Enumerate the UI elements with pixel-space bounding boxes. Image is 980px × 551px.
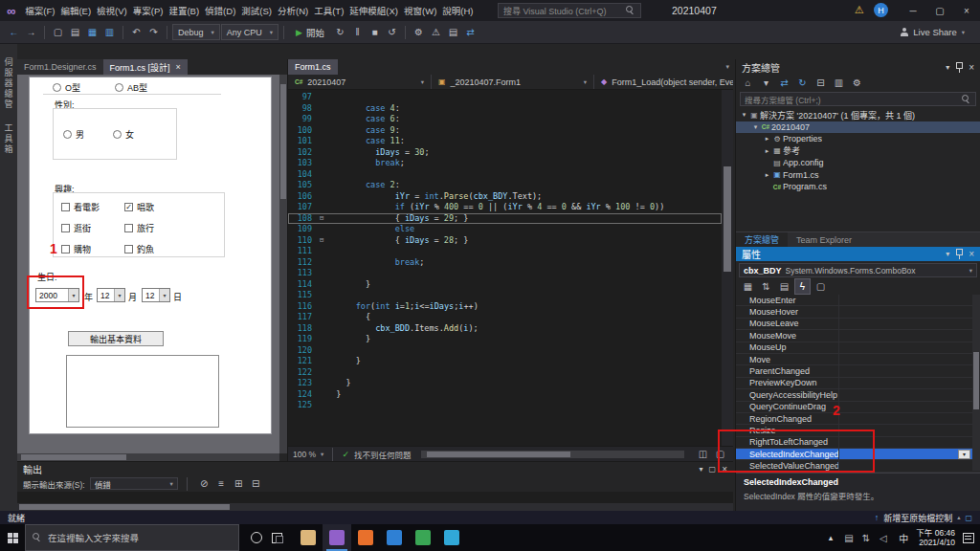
show-all-files-icon[interactable]: ▥ bbox=[831, 75, 847, 91]
code-line-106[interactable]: 106 iYr = int.Parse(cbx_BDY.Text); bbox=[288, 191, 722, 203]
code-line-97[interactable]: 97 bbox=[288, 92, 722, 103]
menu-item-5[interactable]: 偵錯(D) bbox=[202, 1, 238, 20]
event-row-QueryContinueDrag[interactable]: QueryContinueDrag bbox=[736, 402, 980, 413]
radio-AB型[interactable]: AB型 bbox=[115, 81, 147, 94]
restart-icon[interactable]: ↺ bbox=[384, 24, 400, 40]
tree-chevron-icon[interactable]: ▾ bbox=[740, 111, 748, 119]
add-to-source-control-button[interactable]: 新增至原始檔控制 bbox=[883, 512, 952, 524]
code-line-123[interactable]: 123 } bbox=[288, 378, 722, 389]
event-row-Resize[interactable]: Resize bbox=[736, 425, 980, 436]
close-button[interactable]: × bbox=[953, 0, 980, 21]
event-value[interactable] bbox=[839, 354, 980, 364]
scrollbar-thumb[interactable] bbox=[21, 454, 126, 460]
save-icon[interactable]: ▦ bbox=[84, 24, 100, 40]
tree-chevron-icon[interactable]: ▾ bbox=[751, 123, 760, 131]
event-row-MouseHover[interactable]: MouseHover bbox=[736, 306, 980, 318]
redo-icon[interactable]: ↷ bbox=[145, 24, 162, 40]
start-debugging-button[interactable]: ▶ 開始 bbox=[289, 26, 331, 39]
event-row-MouseEnter[interactable]: MouseEnter bbox=[736, 295, 980, 306]
live-share-button[interactable]: Live Share ▾ bbox=[900, 27, 974, 37]
event-value[interactable] bbox=[839, 342, 980, 353]
panel-tab-Team Explorer[interactable]: Team Explorer bbox=[788, 232, 860, 247]
birthday-year-combobox[interactable]: 2000 ▾ bbox=[35, 288, 79, 302]
task-view-icon[interactable] bbox=[272, 533, 282, 542]
scrollbar-thumb[interactable] bbox=[973, 352, 979, 409]
radio-男[interactable]: 男 bbox=[63, 128, 84, 141]
bookmark-icon[interactable]: ▤ bbox=[445, 24, 461, 40]
checkbox-釣魚[interactable]: 釣魚 bbox=[124, 243, 188, 255]
onedrive-icon[interactable]: ▤ bbox=[840, 530, 857, 546]
checkbox-看電影[interactable]: 看電影 bbox=[61, 201, 124, 213]
tree-item-Program.cs[interactable]: C#Program.cs bbox=[736, 181, 980, 193]
menu-item-10[interactable]: 視窗(W) bbox=[401, 1, 439, 20]
panel-tab-方案總管[interactable]: 方案總管 bbox=[736, 232, 788, 247]
side-tab-1[interactable]: 工具箱 bbox=[3, 123, 15, 155]
designer-horizontal-scrollbar[interactable] bbox=[17, 453, 279, 461]
code-line-103[interactable]: 103 break; bbox=[288, 158, 722, 169]
designer-vertical-scrollbar[interactable] bbox=[279, 75, 287, 453]
side-tab-0[interactable]: 伺服器總管 bbox=[3, 57, 15, 110]
event-value[interactable] bbox=[839, 413, 980, 424]
refresh-icon[interactable]: ↻ bbox=[794, 75, 811, 91]
save-all-icon[interactable]: ▥ bbox=[101, 24, 118, 40]
scrollbar-thumb[interactable] bbox=[724, 166, 731, 272]
fold-marker-icon[interactable]: ⊟ bbox=[317, 235, 326, 247]
feedback-icon[interactable]: ▢ bbox=[965, 514, 972, 522]
tree-item-解決方案 '20210407' (1 個專案，共 1 個)[interactable]: ▾▣解決方案 '20210407' (1 個專案，共 1 個) bbox=[736, 109, 980, 121]
close-icon[interactable]: × bbox=[722, 464, 727, 474]
output-source-dropdown[interactable]: 偵錯 ▾ bbox=[90, 477, 178, 490]
events-grid-scrollbar[interactable] bbox=[972, 295, 980, 471]
menu-item-4[interactable]: 建置(B) bbox=[166, 1, 202, 20]
start-button[interactable] bbox=[0, 524, 25, 551]
notification-center-icon[interactable] bbox=[963, 533, 974, 543]
event-row-MouseUp[interactable]: MouseUp bbox=[736, 342, 980, 354]
member-dropdown[interactable]: ◆ Form1_Load(object sender, EventA ▾ bbox=[594, 75, 733, 89]
menu-item-2[interactable]: 檢視(V) bbox=[94, 1, 130, 20]
code-line-111[interactable]: 111 bbox=[288, 246, 722, 257]
pin-icon[interactable] bbox=[955, 249, 963, 259]
split-view-icon[interactable]: ◫ bbox=[695, 446, 711, 462]
submit-basic-info-button[interactable]: 輸出基本資料 bbox=[68, 331, 164, 346]
code-line-124[interactable]: 124 } bbox=[288, 389, 722, 401]
event-value[interactable] bbox=[839, 437, 980, 448]
menu-item-8[interactable]: 工具(T) bbox=[311, 1, 346, 20]
ime-indicator[interactable]: 中 bbox=[899, 531, 908, 545]
close-icon[interactable]: × bbox=[969, 249, 974, 259]
tree-item-Properties[interactable]: ▸⚙Properties bbox=[736, 133, 980, 145]
categorized-icon[interactable]: ▦ bbox=[740, 278, 756, 295]
break-all-icon[interactable]: ‖ bbox=[349, 24, 366, 40]
taskbar-clock[interactable]: 下午 06:46 2021/4/10 bbox=[916, 528, 955, 547]
tree-item-20210407[interactable]: ▾C#20210407 bbox=[736, 121, 980, 134]
event-row-RightToLeftChanged[interactable]: RightToLeftChanged bbox=[736, 437, 980, 449]
checkbox-購物[interactable]: 購物 bbox=[61, 243, 124, 255]
code-line-117[interactable]: 117 { bbox=[288, 312, 722, 323]
event-value[interactable] bbox=[839, 425, 980, 435]
minimize-button[interactable]: ─ bbox=[900, 0, 926, 21]
window-menu-chevron-icon[interactable]: ▾ bbox=[946, 63, 949, 72]
event-row-RegionChanged[interactable]: RegionChanged bbox=[736, 413, 980, 425]
event-value[interactable] bbox=[839, 330, 980, 341]
window-menu-chevron-icon[interactable]: ▾ bbox=[700, 465, 703, 474]
notification-warning-icon[interactable]: ⚠ bbox=[855, 4, 864, 16]
code-line-120[interactable]: 120 bbox=[288, 345, 722, 357]
menu-item-11[interactable]: 說明(H) bbox=[439, 1, 476, 20]
code-line-112[interactable]: 112 break; bbox=[288, 257, 722, 269]
fold-marker-icon[interactable]: ⊟ bbox=[317, 213, 326, 225]
event-row-SelectedIndexChanged[interactable]: SelectedIndexChanged▾ bbox=[736, 449, 980, 460]
event-value[interactable]: ▾ bbox=[839, 449, 980, 459]
editor-vertical-scrollbar[interactable] bbox=[722, 90, 733, 446]
tree-item-Form1.cs[interactable]: ▸▣Form1.cs bbox=[736, 169, 980, 182]
hot-reload-icon[interactable]: ↻ bbox=[332, 24, 348, 40]
undo-icon[interactable]: ↶ bbox=[128, 24, 145, 40]
code-line-99[interactable]: 99 case 6: bbox=[288, 114, 722, 125]
open-file-icon[interactable]: ▤ bbox=[67, 24, 83, 40]
checkbox-旅行[interactable]: 旅行 bbox=[124, 222, 188, 234]
alphabetical-icon[interactable]: ⇅ bbox=[758, 278, 774, 295]
taskbar-app-app-green[interactable] bbox=[409, 524, 437, 551]
designed-form[interactable]: O型AB型 性別: 男女 興趣: 看電影✓唱歌逛街旅行購物釣魚 生日: 2000… bbox=[29, 77, 272, 434]
code-line-121[interactable]: 121 } bbox=[288, 356, 722, 367]
tree-item-App.config[interactable]: ▤App.config bbox=[736, 157, 980, 169]
birthday-day-combobox[interactable]: 12 ▾ bbox=[142, 288, 170, 302]
event-row-Move[interactable]: Move bbox=[736, 354, 980, 365]
code-line-119[interactable]: 119 } bbox=[288, 334, 722, 345]
